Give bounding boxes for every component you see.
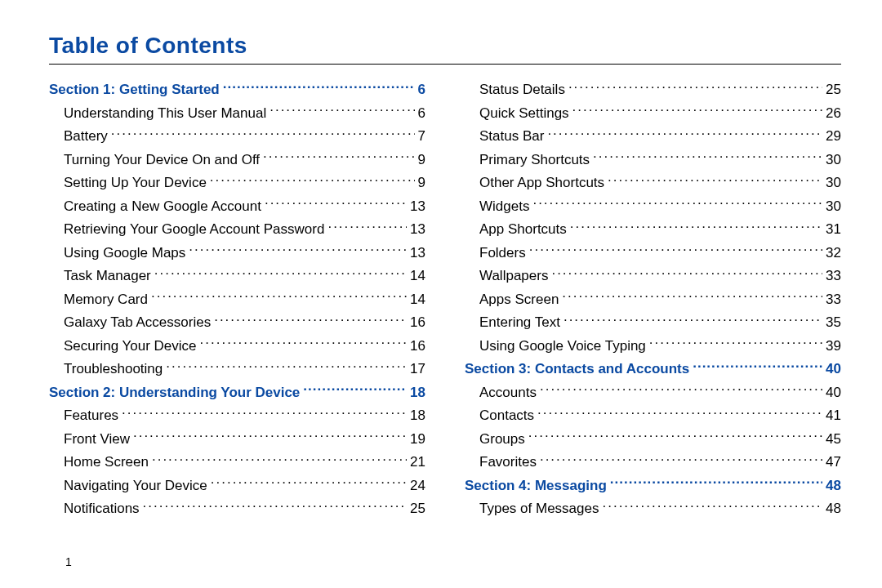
toc-leader <box>649 336 822 350</box>
toc-leader <box>568 80 822 94</box>
toc-page-number: 13 <box>410 219 425 240</box>
toc-entry[interactable]: Creating a New Google Account13 <box>49 196 425 217</box>
toc-entry[interactable]: Primary Shortcuts30 <box>465 149 841 171</box>
toc-entry[interactable]: App Shortcuts31 <box>465 219 841 240</box>
toc-page-number: 16 <box>410 336 425 357</box>
page-title: Table of Contents <box>49 33 841 59</box>
toc-page-number: 47 <box>826 452 841 473</box>
toc-section[interactable]: Section 3: Contacts and Accounts40 <box>465 359 841 380</box>
toc-page-number: 30 <box>826 172 841 194</box>
toc-page-number: 6 <box>418 79 425 100</box>
toc-label: Features <box>64 405 118 426</box>
toc-page-number: 6 <box>418 103 425 124</box>
toc-page-number: 16 <box>410 312 425 333</box>
toc-entry[interactable]: Types of Messages48 <box>465 498 841 519</box>
toc-entry[interactable]: Home Screen21 <box>49 452 425 473</box>
toc-entry[interactable]: Troubleshooting17 <box>49 359 425 380</box>
toc-entry[interactable]: Contacts41 <box>465 405 841 426</box>
toc-page-number: 41 <box>826 405 841 426</box>
toc-page-number: 14 <box>410 289 425 310</box>
toc-label: Understanding This User Manual <box>64 103 266 124</box>
toc-label: Retrieving Your Google Account Password <box>64 219 324 240</box>
toc-label: Types of Messages <box>479 498 599 519</box>
toc-entry[interactable]: Retrieving Your Google Account Password1… <box>49 219 425 240</box>
toc-label: Front View <box>64 429 130 450</box>
toc-label: Notifications <box>64 498 140 519</box>
toc-page-number: 17 <box>410 359 425 380</box>
toc-entry[interactable]: Other App Shortcuts30 <box>465 172 841 194</box>
toc-entry[interactable]: Understanding This User Manual6 <box>49 103 425 124</box>
toc-page-number: 40 <box>826 382 841 403</box>
toc-leader <box>551 266 822 280</box>
toc-page-number: 7 <box>418 126 425 147</box>
toc-leader <box>562 290 822 304</box>
toc-leader <box>547 127 822 140</box>
toc-entry[interactable]: Features18 <box>49 405 425 426</box>
toc-section[interactable]: Section 4: Messaging48 <box>465 475 841 497</box>
toc-entry[interactable]: Apps Screen33 <box>465 289 841 310</box>
toc-entry[interactable]: Status Details25 <box>465 79 841 100</box>
toc-entry[interactable]: Wallpapers33 <box>465 265 841 287</box>
toc-label: Turning Your Device On and Off <box>64 149 260 171</box>
toc-entry[interactable]: Notifications25 <box>49 498 425 519</box>
toc-page-number: 18 <box>410 405 425 426</box>
toc-entry[interactable]: Memory Card14 <box>49 289 425 310</box>
toc-page-number: 9 <box>418 149 425 171</box>
toc-leader <box>133 430 407 443</box>
toc-label: Wallpapers <box>479 265 548 287</box>
toc-page-number: 45 <box>826 429 841 450</box>
toc-label: Apps Screen <box>479 289 559 310</box>
toc-entry[interactable]: Turning Your Device On and Off9 <box>49 149 425 171</box>
toc-leader <box>263 150 414 164</box>
toc-label: Folders <box>479 243 526 264</box>
toc-page-number: 25 <box>826 79 841 100</box>
toc-leader <box>532 197 822 211</box>
toc-label: Memory Card <box>64 289 148 310</box>
toc-leader <box>214 313 407 327</box>
toc-label: Battery <box>64 126 108 147</box>
toc-leader <box>572 104 822 118</box>
toc-page-number: 33 <box>826 265 841 287</box>
toc-entry[interactable]: Widgets30 <box>465 196 841 217</box>
toc-page-number: 26 <box>826 103 841 124</box>
toc-page-number: 9 <box>418 172 425 194</box>
toc-page-number: 13 <box>410 196 425 217</box>
toc-entry[interactable]: Entering Text35 <box>465 312 841 333</box>
toc-label: Securing Your Device <box>64 336 197 357</box>
toc-label: Section 3: Contacts and Accounts <box>465 359 689 380</box>
toc-leader <box>122 406 407 420</box>
toc-label: Primary Shortcuts <box>479 149 590 171</box>
page: Table of Contents Section 1: Getting Sta… <box>0 0 882 588</box>
toc-label: Using Google Maps <box>64 243 185 264</box>
toc-leader <box>303 383 407 397</box>
toc-entry[interactable]: Accounts40 <box>465 382 841 403</box>
toc-entry[interactable]: Groups45 <box>465 429 841 450</box>
toc-page-number: 13 <box>410 243 425 264</box>
toc-leader <box>564 313 822 327</box>
toc-leader <box>210 173 415 187</box>
toc-entry[interactable]: Using Google Voice Typing39 <box>465 336 841 357</box>
toc-label: Section 4: Messaging <box>465 475 607 497</box>
toc-entry[interactable]: Battery7 <box>49 126 425 147</box>
toc-entry[interactable]: Task Manager14 <box>49 265 425 287</box>
toc-entry[interactable]: Quick Settings26 <box>465 103 841 124</box>
toc-entry[interactable]: Front View19 <box>49 429 425 450</box>
toc-leader <box>327 220 407 234</box>
toc-page-number: 48 <box>826 475 841 497</box>
toc-page-number: 24 <box>410 475 425 497</box>
toc-leader <box>270 104 414 118</box>
toc-leader <box>693 359 822 373</box>
title-rule <box>49 64 841 65</box>
toc-entry[interactable]: Using Google Maps13 <box>49 243 425 264</box>
toc-entry[interactable]: Securing Your Device16 <box>49 336 425 357</box>
toc-section[interactable]: Section 1: Getting Started6 <box>49 79 425 100</box>
toc-entry[interactable]: Favorites47 <box>465 452 841 473</box>
toc-page-number: 29 <box>826 126 841 147</box>
toc-entry[interactable]: Navigating Your Device24 <box>49 475 425 497</box>
toc-label: Task Manager <box>64 265 151 287</box>
toc-section[interactable]: Section 2: Understanding Your Device18 <box>49 382 425 403</box>
toc-entry[interactable]: Status Bar29 <box>465 126 841 147</box>
toc-entry[interactable]: Setting Up Your Device9 <box>49 172 425 194</box>
toc-entry[interactable]: Galaxy Tab Accessories16 <box>49 312 425 333</box>
toc-entry[interactable]: Folders32 <box>465 243 841 264</box>
